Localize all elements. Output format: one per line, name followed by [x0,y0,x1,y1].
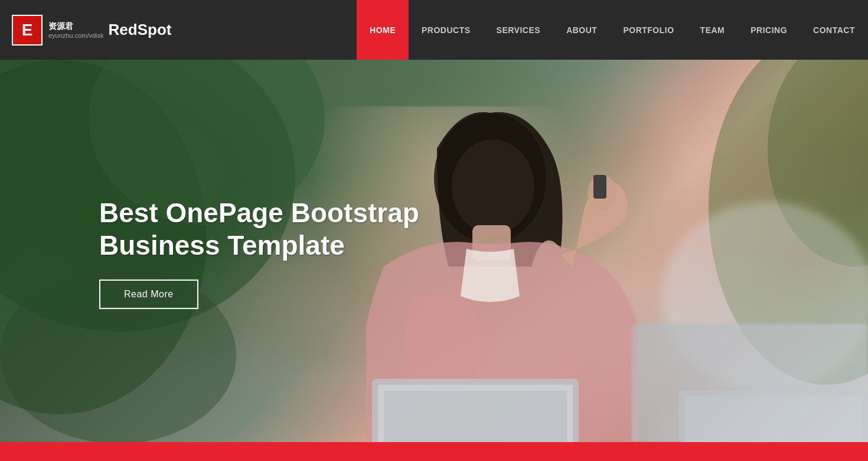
brand-name: RedSpot [109,21,172,39]
svg-rect-9 [593,175,606,199]
bottom-red-bar [0,442,868,461]
nav-item-contact[interactable]: CONTACT [800,0,868,60]
nav-item-services[interactable]: SERVICES [484,0,554,60]
nav-item-team[interactable]: TEAM [687,0,738,60]
read-more-button[interactable]: Read More [99,280,198,309]
hero-title: Best OnePage Bootstrap Business Template [99,197,419,262]
nav-item-pricing[interactable]: PRICING [738,0,800,60]
nav-menu: HOME PRODUCTS SERVICES ABOUT PORTFOLIO T… [357,0,868,60]
hero-title-line1: Best OnePage Bootstrap [99,197,419,228]
brand-chinese-name: 资源君 [48,21,104,32]
nav-item-about[interactable]: ABOUT [553,0,610,60]
navbar: E 资源君 eyunzhu.com/vdisk RedSpot HOME PRO… [0,0,868,60]
hero-content: Best OnePage Bootstrap Business Template… [99,197,419,309]
nav-item-home[interactable]: HOME [357,0,409,60]
brand-url: eyunzhu.com/vdisk [48,32,104,39]
nav-item-portfolio[interactable]: PORTFOLIO [610,0,687,60]
brand-logo-letter: E [22,21,33,40]
laptop-hint [632,324,868,442]
brand-text-block: 资源君 eyunzhu.com/vdisk [48,21,104,39]
hero-title-line2: Business Template [99,230,345,261]
brand-logo-link[interactable]: E 资源君 eyunzhu.com/vdisk RedSpot [0,15,171,46]
brand-logo-box: E [12,15,43,46]
hero-section: Best OnePage Bootstrap Business Template… [0,0,868,461]
nav-item-products[interactable]: PRODUCTS [409,0,484,60]
